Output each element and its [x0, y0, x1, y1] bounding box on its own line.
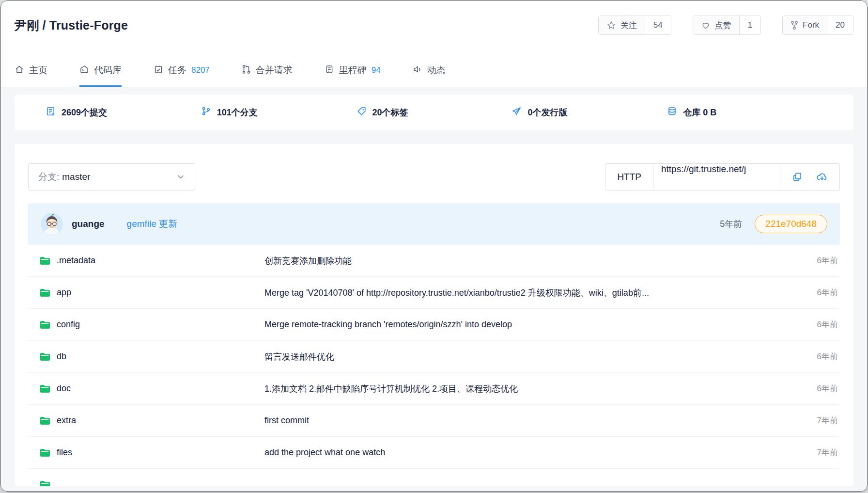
- tab-issues[interactable]: 任务 8207: [154, 64, 210, 87]
- file-commit-message[interactable]: add the project what one watch: [264, 447, 807, 458]
- table-row-partial[interactable]: [28, 469, 840, 486]
- table-row[interactable]: app Merge tag 'V20140708' of http://repo…: [28, 277, 840, 309]
- file-name[interactable]: config: [57, 319, 80, 330]
- commit-time: 5年前: [720, 218, 742, 230]
- tab-label: 里程碑: [339, 64, 367, 77]
- like-label-cell: 点赞: [693, 16, 739, 34]
- file-commit-message[interactable]: Merge tag 'V20140708' of http://reposito…: [264, 287, 807, 299]
- table-row[interactable]: extra first commit 7年前: [28, 405, 840, 437]
- tab-pulls[interactable]: 合并请求: [242, 64, 293, 87]
- fork-icon: [790, 20, 798, 30]
- tab-count: 8207: [191, 65, 210, 75]
- file-commit-time: 6年前: [817, 319, 838, 330]
- tab-code[interactable]: >_ 代码库: [79, 64, 122, 87]
- commit-meta: 5年前 221e70d648: [720, 215, 827, 233]
- file-name[interactable]: app: [57, 287, 71, 298]
- file-commit-message[interactable]: 留言发送邮件优化: [264, 351, 807, 363]
- like-button[interactable]: 点赞 1: [693, 16, 761, 35]
- avatar[interactable]: [41, 213, 63, 235]
- fork-label-cell: Fork: [783, 16, 827, 34]
- tab-activity[interactable]: 动态: [413, 64, 446, 87]
- tab-label: 主页: [29, 64, 47, 77]
- stat-label: 101个分支: [217, 107, 258, 118]
- clone-actions: [780, 164, 839, 190]
- repo-toolbar: 分支: master HTTP https://git.trustie.net/…: [28, 163, 840, 191]
- table-row[interactable]: db 留言发送邮件优化 6年前: [28, 341, 840, 373]
- commit-sha-badge[interactable]: 221e70d648: [755, 215, 827, 233]
- file-commit-message[interactable]: first commit: [264, 415, 807, 426]
- stat-label: 20个标签: [372, 107, 408, 118]
- file-commit-time: 6年前: [817, 383, 838, 394]
- release-icon: [512, 106, 522, 119]
- heart-icon: [701, 20, 711, 30]
- watch-button[interactable]: 关注 54: [598, 16, 671, 35]
- file-commit-time: 7年前: [817, 415, 838, 426]
- tab-label: 合并请求: [256, 64, 293, 77]
- watch-label-cell: 关注: [599, 16, 645, 34]
- download-icon[interactable]: [816, 172, 828, 182]
- commit-message-link[interactable]: gemfile 更新: [127, 218, 178, 230]
- page-header: 尹刚 / Trustie-Forge 关注 54: [1, 1, 867, 87]
- file-commit-time: 6年前: [817, 351, 838, 362]
- storage-icon: [667, 106, 677, 119]
- title-row: 尹刚 / Trustie-Forge 关注 54: [15, 15, 853, 36]
- tab-home[interactable]: 主页: [15, 64, 47, 87]
- repo-stats-bar: 2609个提交 101个分支 20个标签 0个发行版 仓库 0 B: [15, 95, 853, 130]
- repo-title: 尹刚 / Trustie-Forge: [15, 17, 128, 33]
- file-commit-time: 6年前: [817, 287, 838, 298]
- stat-label: 仓库 0 B: [683, 107, 716, 118]
- repo-actions: 关注 54 点赞 1: [598, 16, 853, 35]
- watch-label: 关注: [620, 20, 637, 31]
- stat-commits[interactable]: 2609个提交: [46, 106, 201, 119]
- file-name[interactable]: doc: [57, 383, 71, 394]
- file-name[interactable]: files: [57, 447, 72, 458]
- tab-label: 代码库: [94, 64, 122, 77]
- branch-label: 分支:: [38, 171, 59, 183]
- like-count: 1: [739, 16, 760, 34]
- stat-releases[interactable]: 0个发行版: [512, 106, 667, 119]
- folder-icon: [40, 320, 50, 329]
- copy-icon[interactable]: [792, 172, 803, 182]
- tag-icon: [356, 106, 367, 119]
- repo-tabs: 主页 >_ 代码库 任务 8207 合并请求 里程碑 94: [15, 64, 853, 87]
- stat-branches[interactable]: 101个分支: [201, 106, 356, 119]
- stat-tags[interactable]: 20个标签: [356, 106, 512, 119]
- file-name[interactable]: .metadata: [57, 255, 95, 266]
- file-commit-message[interactable]: 1.添加文档 2.邮件中缺陷序号计算机制优化 2.项目、课程动态优化: [264, 383, 807, 395]
- fork-count: 20: [827, 16, 853, 34]
- commit-author[interactable]: guange: [72, 219, 105, 229]
- tab-label: 动态: [427, 64, 446, 77]
- task-icon: [154, 64, 163, 77]
- file-commit-message[interactable]: 创新竞赛添加删除功能: [264, 255, 807, 267]
- app-window: 尹刚 / Trustie-Forge 关注 54: [0, 0, 868, 492]
- repo-browser-card: 分支: master HTTP https://git.trustie.net/…: [15, 144, 853, 486]
- watch-count: 54: [645, 16, 671, 34]
- table-row[interactable]: config Merge remote-tracking branch 'rem…: [28, 309, 840, 341]
- file-commit-time: 6年前: [817, 255, 838, 266]
- tab-milestones[interactable]: 里程碑 94: [325, 64, 381, 87]
- file-name[interactable]: db: [57, 351, 66, 362]
- protocol-toggle[interactable]: HTTP: [605, 164, 653, 190]
- like-label: 点赞: [715, 20, 731, 31]
- milestone-icon: [325, 64, 334, 77]
- fork-label: Fork: [803, 20, 819, 30]
- branch-selector[interactable]: 分支: master: [28, 163, 195, 191]
- stat-storage: 仓库 0 B: [667, 106, 822, 119]
- commits-icon: [46, 106, 56, 119]
- file-list: .metadata 创新竞赛添加删除功能 6年前 app Merge tag '…: [28, 245, 840, 486]
- chevron-down-icon: [176, 173, 185, 181]
- tab-label: 任务: [168, 64, 186, 77]
- file-name[interactable]: extra: [57, 415, 76, 426]
- branch-value: master: [62, 172, 90, 182]
- table-row[interactable]: doc 1.添加文档 2.邮件中缺陷序号计算机制优化 2.项目、课程动态优化 6…: [28, 373, 840, 405]
- fork-button[interactable]: Fork 20: [782, 16, 853, 35]
- table-row[interactable]: files add the project what one watch 7年前: [28, 437, 840, 469]
- file-commit-message[interactable]: Merge remote-tracking branch 'remotes/or…: [264, 319, 807, 330]
- folder-icon: [40, 480, 50, 486]
- folder-icon: [40, 416, 50, 425]
- clone-url-group: HTTP https://git.trustie.net/j: [605, 163, 840, 191]
- table-row[interactable]: .metadata 创新竞赛添加删除功能 6年前: [28, 245, 840, 277]
- clone-url-input[interactable]: https://git.trustie.net/j: [653, 164, 780, 190]
- folder-icon: [40, 288, 50, 297]
- branch-icon: [201, 106, 211, 119]
